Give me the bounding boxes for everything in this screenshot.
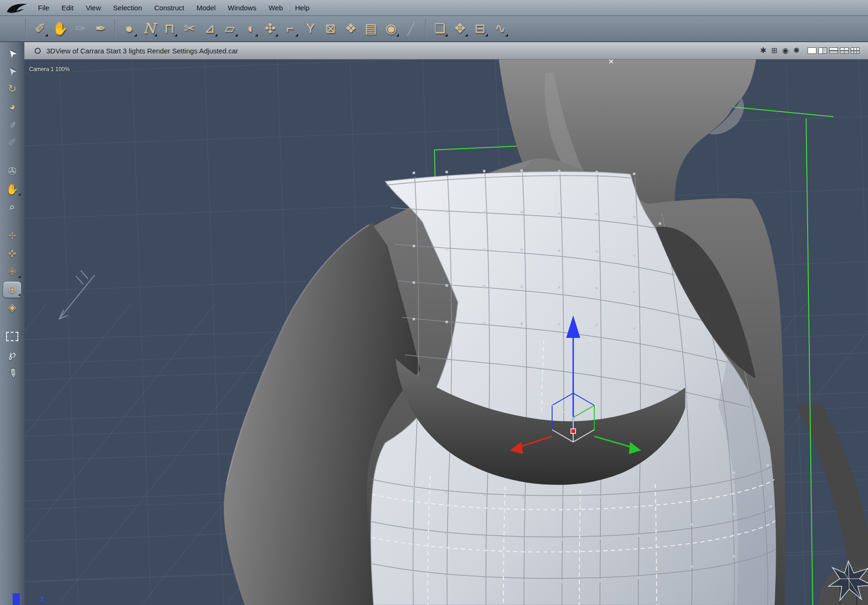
rectangle-draw-tool[interactable]: ▱ xyxy=(220,18,240,39)
boolean-tool[interactable]: ⊠ xyxy=(321,18,341,39)
lasso-select-tool[interactable]: ℘ xyxy=(3,346,21,362)
direct-select-tool[interactable]: ➤ xyxy=(3,63,21,79)
universal-manipulator-tool[interactable]: ⊕ xyxy=(3,282,21,298)
hand-paint-tool[interactable]: ✋ xyxy=(50,18,70,39)
document-title-bar: 3DView of Carrara Start 3 lights Render … xyxy=(24,42,868,60)
titlebar-right-controls: ✱⊞◉✺ xyxy=(760,47,862,54)
eyedropper-tool[interactable]: ✒ xyxy=(3,117,21,133)
menu-help[interactable]: Help xyxy=(289,0,316,15)
layout-three-pane-button[interactable] xyxy=(840,47,849,54)
brush-tool[interactable]: ✑ xyxy=(70,18,90,39)
move-vertical-tool[interactable]: ✜ xyxy=(3,246,21,262)
document-title: 3DView of Carrara Start 3 lights Render … xyxy=(46,47,238,55)
sidebar-gap xyxy=(3,217,21,226)
menu-web[interactable]: Web xyxy=(262,0,289,15)
menu-view[interactable]: View xyxy=(80,0,107,15)
scale-tool[interactable]: ◈ xyxy=(3,299,21,315)
dome-tool[interactable]: ◖ xyxy=(240,18,260,39)
menu-file[interactable]: File xyxy=(32,0,55,15)
menu-bar: FileEditViewSelectionConstructModelWindo… xyxy=(0,0,868,16)
carrara-logo-icon xyxy=(6,2,28,15)
lathe-tool[interactable]: ✣ xyxy=(260,18,280,39)
view-option-icons: ✱⊞◉✺ xyxy=(760,47,800,54)
extrude-tool[interactable]: ⌐ xyxy=(280,18,300,39)
sphere-primitive-tool[interactable]: ● xyxy=(119,18,139,39)
spline-modeler-tool[interactable]: N xyxy=(139,18,159,39)
wave-deform-tool[interactable]: ∿ xyxy=(490,18,510,39)
shader-ball-tool[interactable]: ◕ xyxy=(3,99,21,115)
menu-selection[interactable]: Selection xyxy=(107,0,148,15)
toolbar-tools: ✐✋✑✒●N⊓✂⊿▱◖✣⌐Y⊠❖▤◉╱❏✥⊟∿ xyxy=(30,18,510,39)
pan-tool[interactable]: ✋ xyxy=(3,181,21,197)
move-tool[interactable]: ✛ xyxy=(3,228,21,244)
layout-two-horizontal-button[interactable] xyxy=(818,47,827,54)
layout-single-button[interactable] xyxy=(808,47,816,54)
toolbar-groove xyxy=(25,19,26,38)
3d-viewport[interactable]: Camera 1 100% Z xyxy=(24,59,868,605)
sidebar-gap xyxy=(3,152,21,162)
menu-windows[interactable]: Windows xyxy=(222,0,262,15)
layout-two-vertical-button[interactable] xyxy=(829,47,838,54)
grid-options-icon[interactable]: ⊞ xyxy=(771,47,777,54)
draw-polyline-tool[interactable]: ✐ xyxy=(3,364,21,380)
render-mode-icon[interactable]: ✱ xyxy=(760,47,766,54)
z-axis-label: Z xyxy=(40,596,44,603)
wireframe-globe-icon[interactable]: ✺ xyxy=(793,47,800,54)
scissors-tool[interactable]: ✂ xyxy=(180,18,200,39)
stack-tool[interactable]: ❖ xyxy=(341,18,361,39)
toolbar-separator xyxy=(421,18,430,39)
menu-construct[interactable]: Construct xyxy=(148,0,190,15)
tool-bar: ✐✋✑✒●N⊓✂⊿▱◖✣⌐Y⊠❖▤◉╱❏✥⊟∿ xyxy=(0,16,868,42)
paint-sphere-tool[interactable]: ◉ xyxy=(381,18,401,39)
scene-canvas[interactable] xyxy=(24,59,868,605)
rotate-view-tool[interactable]: ↻ xyxy=(3,81,21,97)
marquee-select-tool[interactable] xyxy=(3,329,21,344)
pane-layout-buttons xyxy=(808,47,860,54)
sidebar-gap xyxy=(3,317,21,327)
select-tool[interactable]: ➤ xyxy=(3,45,21,61)
layout-four-pane-button[interactable] xyxy=(851,47,860,54)
side-tool-column: ➤➤↻◕✒✐✇✋⌕✛✜✙⊕◈℘✐ xyxy=(0,42,24,605)
menu-model[interactable]: Model xyxy=(190,0,222,15)
clipboard-tool[interactable]: ▤ xyxy=(361,18,381,39)
camera-tool[interactable]: ✇ xyxy=(3,164,21,179)
menu-items: FileEditViewSelectionConstructModelWindo… xyxy=(32,0,315,15)
airbrush-tool[interactable]: ✐ xyxy=(3,134,21,150)
page-flip-tool[interactable]: ❏ xyxy=(430,18,450,39)
axis-z-indicator xyxy=(13,593,20,605)
zoom-tool[interactable]: ⌕ xyxy=(3,199,21,215)
preview-quality-icon[interactable]: ◉ xyxy=(782,47,789,54)
vertex-edit-tool[interactable]: ⊿ xyxy=(200,18,220,39)
funnel-tool[interactable]: Y xyxy=(300,18,321,39)
trowel-tool[interactable]: ✒ xyxy=(90,18,111,39)
spray-paint-tool[interactable]: ✐ xyxy=(30,18,50,39)
magnet-deform-tool[interactable]: ⊓ xyxy=(159,18,180,39)
line-tool[interactable]: ╱ xyxy=(401,18,421,39)
toolbar-separator xyxy=(111,18,119,39)
menu-edit[interactable]: Edit xyxy=(55,0,80,15)
camera-label: Camera 1 100% xyxy=(29,66,70,73)
doc-status-icon[interactable] xyxy=(35,48,41,54)
rotate-object-tool[interactable]: ✥ xyxy=(450,18,470,39)
properties-panel-tool[interactable]: ⊟ xyxy=(470,18,490,39)
move-depth-tool[interactable]: ✙ xyxy=(3,264,21,280)
